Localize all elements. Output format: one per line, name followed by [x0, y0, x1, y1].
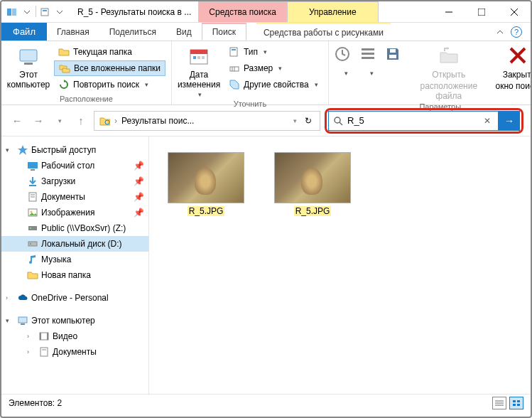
svg-rect-25: [390, 49, 396, 53]
search-input[interactable]: [347, 115, 477, 126]
item-count: Элементов: 2: [9, 398, 62, 408]
size-icon: [229, 63, 240, 74]
back-button[interactable]: ←: [9, 112, 26, 129]
this-pc-button[interactable]: Этот компьютер: [7, 44, 50, 93]
files-pane[interactable]: R_5.JPG R_5.JPG: [149, 136, 531, 394]
tag-icon: [229, 79, 240, 90]
folders-icon: [59, 63, 70, 74]
navbar: ← → ▾ ↑ › Результаты поис... ▾ ↻ ✕ →: [1, 105, 531, 136]
document-icon: [38, 346, 50, 358]
sidebar-item-videos[interactable]: › Видео: [1, 328, 148, 344]
address-dropdown-icon[interactable]: ▾: [293, 117, 297, 124]
date-modified-label: Дата изменения: [178, 70, 220, 90]
file-item[interactable]: R_5.JPG: [270, 152, 355, 216]
svg-rect-8: [20, 50, 37, 61]
svg-rect-54: [513, 400, 516, 402]
size-button[interactable]: Размер: [224, 60, 322, 76]
forward-button[interactable]: →: [30, 112, 47, 129]
collapse-ribbon-icon[interactable]: [496, 28, 504, 36]
sidebar-item-downloads[interactable]: Загрузки📌: [1, 173, 148, 189]
all-subfolders-button[interactable]: Все вложенные папки: [54, 60, 165, 76]
date-modified-button[interactable]: Дата изменения: [178, 44, 220, 98]
qat-more-icon[interactable]: [53, 6, 66, 18]
sidebar-item-local-disk[interactable]: Локальный диск (D:): [1, 236, 148, 252]
help-icon[interactable]: ?: [511, 26, 522, 38]
file-name: R_5.JPG: [294, 206, 332, 216]
sidebar-item-documents[interactable]: Документы📌: [1, 189, 148, 205]
sidebar-item-new-folder[interactable]: Новая папка: [1, 267, 148, 283]
pin-icon: 📌: [134, 161, 144, 171]
sidebar-quick-access[interactable]: ▾ Быстрый доступ: [1, 142, 148, 158]
type-button[interactable]: Тип: [224, 44, 322, 60]
icons-view-button[interactable]: [509, 397, 523, 409]
search-go-button[interactable]: →: [499, 111, 520, 131]
close-search-button[interactable]: Закрыть окно поиска: [492, 44, 532, 101]
save-icon: [384, 45, 407, 68]
close-x-icon: [508, 45, 531, 68]
search-box[interactable]: ✕: [328, 111, 499, 131]
group-location-label: Расположение: [7, 93, 165, 103]
save-search-button[interactable]: [386, 44, 406, 101]
tab-picture-tools[interactable]: Средства работы с рисунками: [256, 23, 391, 41]
details-view-button[interactable]: [492, 397, 506, 409]
context-tab-manage[interactable]: Управление: [287, 1, 379, 22]
up-button[interactable]: ↑: [72, 112, 89, 129]
svg-rect-14: [202, 56, 205, 59]
sidebar-item-documents2[interactable]: › Документы: [1, 344, 148, 360]
tab-view[interactable]: Вид: [166, 23, 202, 41]
recent-locations-button[interactable]: ▾: [51, 112, 68, 129]
qat-dropdown-icon[interactable]: [21, 6, 33, 18]
breadcrumb[interactable]: Результаты поис...: [121, 116, 289, 126]
svg-rect-44: [18, 317, 27, 323]
address-bar[interactable]: › Результаты поис... ▾ ↻: [94, 111, 320, 131]
other-props-button[interactable]: Другие свойства: [224, 77, 322, 92]
refresh-button[interactable]: ↻: [301, 116, 315, 126]
minimize-button[interactable]: [433, 1, 465, 23]
svg-rect-11: [190, 50, 207, 54]
properties-icon[interactable]: [38, 6, 51, 18]
sidebar-item-music[interactable]: Музыка: [1, 252, 148, 267]
separator: [36, 6, 36, 17]
svg-rect-13: [197, 56, 200, 59]
calendar-icon: [188, 45, 210, 68]
window-title: R_5 - Результаты поиска в ...: [70, 7, 198, 17]
current-folder-button[interactable]: Текущая папка: [54, 44, 165, 60]
tab-home[interactable]: Главная: [47, 23, 99, 41]
context-tab-search-tools[interactable]: Средства поиска: [198, 1, 287, 22]
sidebar-item-public[interactable]: Public (\\VBoxSvr) (Z:): [1, 220, 148, 236]
svg-rect-39: [28, 226, 37, 230]
sidebar-item-desktop[interactable]: Рабочий стол📌: [1, 158, 148, 173]
desktop-icon: [27, 160, 38, 171]
download-icon: [27, 176, 38, 187]
content-area: ▾ Быстрый доступ Рабочий стол📌 Загрузки📌…: [1, 136, 531, 394]
svg-point-29: [335, 117, 340, 123]
sidebar: ▾ Быстрый доступ Рабочий стол📌 Загрузки📌…: [1, 136, 149, 394]
file-name: R_5.JPG: [188, 206, 225, 216]
file-item[interactable]: R_5.JPG: [163, 152, 249, 216]
svg-rect-24: [389, 55, 396, 58]
clear-search-button[interactable]: ✕: [481, 116, 494, 126]
svg-rect-31: [28, 162, 38, 168]
pin-icon: 📌: [134, 192, 144, 202]
close-button[interactable]: [498, 1, 531, 23]
sidebar-onedrive[interactable]: › OneDrive - Personal: [1, 290, 148, 306]
svg-point-38: [31, 211, 33, 213]
tab-share[interactable]: Поделиться: [99, 23, 166, 41]
recent-searches-button[interactable]: [335, 44, 356, 101]
pc-icon: [17, 315, 28, 326]
search-again-button[interactable]: Повторить поиск: [54, 77, 165, 92]
sidebar-this-pc[interactable]: ▾ Этот компьютер: [1, 313, 148, 328]
svg-point-40: [30, 227, 31, 229]
advanced-options-button[interactable]: [360, 44, 381, 101]
maximize-button[interactable]: [465, 1, 498, 23]
ribbon-tabs: Файл Главная Поделиться Вид Поиск Средст…: [1, 23, 531, 41]
tab-search[interactable]: Поиск: [202, 23, 246, 41]
svg-rect-41: [28, 242, 37, 246]
svg-rect-9: [24, 63, 33, 65]
tab-file[interactable]: Файл: [1, 23, 47, 41]
options-icon: [359, 45, 382, 68]
search-icon: [333, 116, 343, 126]
folder-icon: [58, 46, 70, 58]
sidebar-item-pictures[interactable]: Изображения📌: [1, 205, 148, 220]
svg-rect-55: [517, 400, 520, 402]
